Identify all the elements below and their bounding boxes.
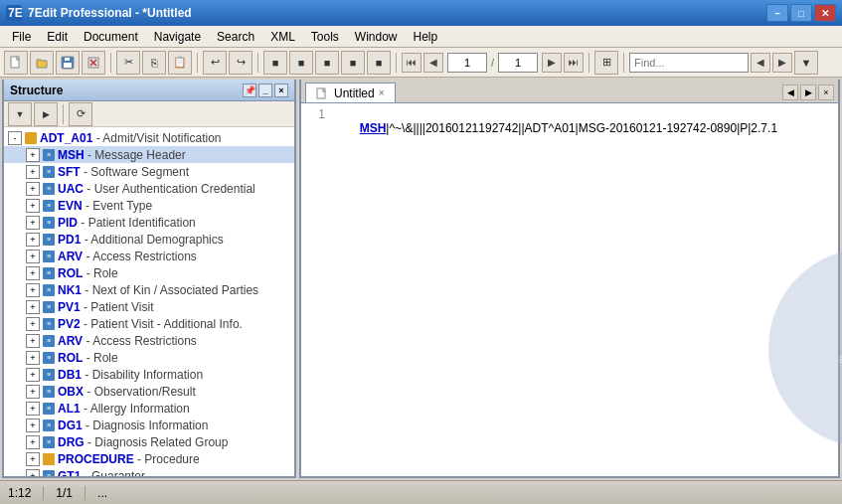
expand-pd1[interactable]: + — [26, 233, 40, 247]
close-doc-button[interactable] — [82, 51, 105, 75]
tree-item-db1[interactable]: + ≡ DB1 - Disability Information — [4, 366, 294, 383]
find-input[interactable] — [629, 53, 749, 73]
menu-file[interactable]: File — [4, 28, 39, 46]
panel-close-button[interactable]: × — [274, 84, 288, 97]
refresh-button[interactable]: ⊞ — [594, 51, 618, 75]
tree-item-rol1[interactable]: + ≡ ROL - Role — [4, 264, 294, 281]
tree-item-pid[interactable]: + ≡ PID - Patient Identification — [4, 214, 294, 231]
find-options-button[interactable]: ▼ — [794, 51, 818, 75]
expand-uac[interactable]: + — [26, 182, 40, 196]
tree-item-msh[interactable]: + ≡ MSH - Message Header — [4, 146, 294, 163]
minimize-button[interactable]: – — [766, 4, 788, 22]
new-button[interactable] — [4, 51, 28, 75]
redo-button[interactable]: ↪ — [229, 51, 253, 75]
expand-arv1[interactable]: + — [26, 250, 40, 263]
expand-drg[interactable]: + — [26, 435, 40, 449]
find-prev-button[interactable]: ◀ — [751, 53, 770, 73]
menu-tools[interactable]: Tools — [303, 28, 347, 46]
expand-procedure[interactable]: + — [26, 452, 40, 466]
undo-button[interactable]: ↩ — [203, 51, 227, 75]
expand-pv2[interactable]: + — [26, 317, 40, 331]
expand-rol1[interactable]: + — [26, 266, 40, 280]
struct-btn2[interactable]: ▶ — [34, 102, 58, 126]
btn3[interactable]: ■ — [315, 51, 339, 75]
next-page-button[interactable]: ▶ — [542, 53, 562, 73]
maximize-button[interactable]: □ — [790, 4, 812, 22]
tree-item-pd1[interactable]: + ≡ PD1 - Additional Demographics — [4, 231, 294, 248]
tree-item-adt-a01[interactable]: - ADT_A01 - Admit/Visit Notification — [4, 129, 294, 146]
first-page-button[interactable]: ⏮ — [402, 53, 421, 73]
menu-xml[interactable]: XML — [262, 28, 303, 46]
tree-item-al1[interactable]: + ≡ AL1 - Allergy Information — [4, 400, 294, 417]
tree-item-pv1[interactable]: + ≡ PV1 - Patient Visit — [4, 298, 294, 315]
tree-item-procedure[interactable]: + PROCEDURE - Procedure — [4, 450, 294, 467]
expand-pid[interactable]: + — [26, 216, 40, 230]
open-button[interactable] — [30, 51, 54, 75]
tree-item-arv2[interactable]: + ≡ ARV - Access Restrictions — [4, 332, 294, 349]
expand-nk1[interactable]: + — [26, 283, 40, 297]
paste-button[interactable]: 📋 — [168, 51, 192, 75]
last-page-button[interactable]: ⏭ — [564, 53, 584, 73]
tab-close-untitled[interactable]: × — [379, 87, 385, 98]
menu-edit[interactable]: Edit — [39, 28, 76, 46]
expand-sft[interactable]: + — [26, 165, 40, 179]
expand-dg1[interactable]: + — [26, 419, 40, 432]
btn5[interactable]: ■ — [367, 51, 391, 75]
tree-item-drg[interactable]: + ≡ DRG - Diagnosis Related Group — [4, 433, 294, 450]
cut-button[interactable]: ✂ — [116, 51, 140, 75]
menu-document[interactable]: Document — [76, 28, 146, 46]
expand-rol2[interactable]: + — [26, 351, 40, 365]
tree-item-pv2[interactable]: + ≡ PV2 - Patient Visit - Additional Inf… — [4, 315, 294, 332]
total-pages-input[interactable] — [498, 53, 538, 73]
tree-item-evn[interactable]: + ≡ EVN - Event Type — [4, 197, 294, 214]
tree-item-nk1[interactable]: + ≡ NK1 - Next of Kin / Associated Parti… — [4, 281, 294, 298]
struct-refresh-button[interactable]: ⟳ — [69, 102, 92, 126]
prev-page-button[interactable]: ◀ — [423, 53, 443, 73]
tree-item-rol2[interactable]: + ≡ ROL - Role — [4, 349, 294, 366]
segment-icon-drg: ≡ — [42, 435, 56, 449]
editor-tab-untitled[interactable]: Untitled × — [305, 83, 396, 102]
expand-al1[interactable]: + — [26, 402, 40, 416]
expand-db1[interactable]: + — [26, 368, 40, 382]
close-button[interactable]: ✕ — [814, 4, 836, 22]
menu-search[interactable]: Search — [209, 28, 262, 46]
save-button[interactable] — [56, 51, 80, 75]
tree-item-sft[interactable]: + ≡ SFT - Software Segment — [4, 163, 294, 180]
expand-obx[interactable]: + — [26, 385, 40, 399]
sep-struct — [63, 104, 64, 124]
menu-navigate[interactable]: Navigate — [146, 28, 209, 46]
tree-label-msh: MSH - Message Header — [58, 148, 186, 162]
expand-evn[interactable]: + — [26, 199, 40, 213]
expand-gt1[interactable]: + — [26, 469, 40, 477]
tab-next-button[interactable]: ▶ — [800, 84, 816, 100]
status-sep2 — [84, 486, 85, 500]
svg-rect-4 — [64, 63, 72, 68]
expand-pv1[interactable]: + — [26, 300, 40, 314]
tree-item-dg1[interactable]: + ≡ DG1 - Diagnosis Information — [4, 417, 294, 433]
tab-close-all-button[interactable]: × — [818, 84, 834, 100]
expand-msh[interactable]: + — [26, 148, 40, 162]
editor-content[interactable]: 1 MSH|^~\&||||20160121192742||ADT^A01|MS… — [301, 103, 838, 476]
tree-item-obx[interactable]: + ≡ OBX - Observation/Result — [4, 383, 294, 400]
expand-adt-a01[interactable]: - — [8, 131, 22, 145]
btn4[interactable]: ■ — [341, 51, 365, 75]
btn1[interactable]: ■ — [263, 51, 287, 75]
tab-navigation: ◀ ▶ × — [782, 84, 834, 102]
page-input[interactable] — [447, 53, 487, 73]
tree-item-gt1[interactable]: + ≡ GT1 - Guarantor — [4, 467, 294, 476]
panel-pin-button[interactable]: 📌 — [243, 84, 256, 97]
copy-button[interactable]: ⎘ — [142, 51, 166, 75]
tab-prev-button[interactable]: ◀ — [782, 84, 798, 100]
panel-minimize-button[interactable]: _ — [258, 84, 272, 97]
menu-help[interactable]: Help — [406, 28, 446, 46]
tree-item-arv1[interactable]: + ≡ ARV - Access Restrictions — [4, 248, 294, 264]
find-next-button[interactable]: ▶ — [772, 53, 792, 73]
tree-area[interactable]: - ADT_A01 - Admit/Visit Notification + ≡… — [4, 127, 294, 476]
svg-rect-5 — [65, 58, 70, 61]
menu-window[interactable]: Window — [347, 28, 406, 46]
struct-btn1[interactable]: ▼ — [8, 102, 32, 126]
expand-arv2[interactable]: + — [26, 334, 40, 348]
tree-item-uac[interactable]: + ≡ UAC - User Authentication Credential — [4, 180, 294, 197]
btn2[interactable]: ■ — [289, 51, 313, 75]
sep5 — [589, 53, 589, 73]
